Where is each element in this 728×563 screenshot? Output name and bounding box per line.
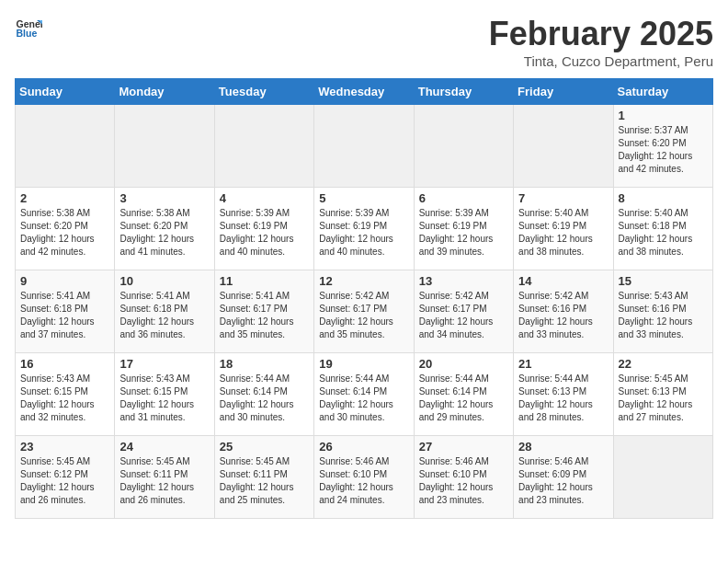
calendar-cell: 25Sunrise: 5:45 AM Sunset: 6:11 PM Dayli… bbox=[214, 436, 313, 519]
calendar-cell: 16Sunrise: 5:43 AM Sunset: 6:15 PM Dayli… bbox=[16, 353, 115, 436]
calendar-cell: 18Sunrise: 5:44 AM Sunset: 6:14 PM Dayli… bbox=[214, 353, 313, 436]
calendar-cell bbox=[613, 436, 712, 519]
calendar-header-row: SundayMondayTuesdayWednesdayThursdayFrid… bbox=[16, 79, 713, 105]
day-number: 17 bbox=[119, 357, 209, 371]
day-info: Sunrise: 5:42 AM Sunset: 6:17 PM Dayligh… bbox=[419, 290, 508, 341]
calendar-cell: 4Sunrise: 5:39 AM Sunset: 6:19 PM Daylig… bbox=[214, 188, 313, 270]
calendar-cell bbox=[314, 105, 414, 188]
header-tuesday: Tuesday bbox=[214, 79, 313, 105]
calendar-cell bbox=[414, 105, 513, 188]
day-number: 25 bbox=[220, 440, 309, 454]
page-header: General Blue February 2025 Tinta, Cuzco … bbox=[15, 15, 713, 69]
calendar-cell: 2Sunrise: 5:38 AM Sunset: 6:20 PM Daylig… bbox=[16, 188, 115, 270]
day-number: 7 bbox=[518, 191, 608, 205]
calendar-cell: 8Sunrise: 5:40 AM Sunset: 6:18 PM Daylig… bbox=[613, 188, 712, 270]
day-info: Sunrise: 5:39 AM Sunset: 6:19 PM Dayligh… bbox=[220, 207, 309, 259]
day-number: 26 bbox=[319, 440, 408, 454]
title-area: February 2025 Tinta, Cuzco Department, P… bbox=[489, 15, 713, 69]
day-info: Sunrise: 5:42 AM Sunset: 6:16 PM Dayligh… bbox=[518, 290, 608, 341]
day-info: Sunrise: 5:42 AM Sunset: 6:17 PM Dayligh… bbox=[319, 290, 408, 341]
calendar-cell: 21Sunrise: 5:44 AM Sunset: 6:13 PM Dayli… bbox=[514, 353, 613, 436]
week-row-1: 1Sunrise: 5:37 AM Sunset: 6:20 PM Daylig… bbox=[16, 105, 713, 188]
day-number: 9 bbox=[20, 274, 109, 288]
day-info: Sunrise: 5:39 AM Sunset: 6:19 PM Dayligh… bbox=[319, 207, 408, 259]
calendar-cell: 10Sunrise: 5:41 AM Sunset: 6:18 PM Dayli… bbox=[115, 270, 214, 353]
day-info: Sunrise: 5:44 AM Sunset: 6:14 PM Dayligh… bbox=[319, 373, 408, 424]
calendar-cell: 19Sunrise: 5:44 AM Sunset: 6:14 PM Dayli… bbox=[314, 353, 414, 436]
day-number: 1 bbox=[619, 109, 708, 122]
day-number: 6 bbox=[419, 191, 508, 205]
day-info: Sunrise: 5:39 AM Sunset: 6:19 PM Dayligh… bbox=[419, 207, 508, 259]
calendar-cell: 11Sunrise: 5:41 AM Sunset: 6:17 PM Dayli… bbox=[214, 270, 313, 353]
calendar-cell: 22Sunrise: 5:45 AM Sunset: 6:13 PM Dayli… bbox=[613, 353, 712, 436]
calendar-cell: 15Sunrise: 5:43 AM Sunset: 6:16 PM Dayli… bbox=[613, 270, 712, 353]
calendar-cell: 12Sunrise: 5:42 AM Sunset: 6:17 PM Dayli… bbox=[314, 270, 414, 353]
calendar-cell: 5Sunrise: 5:39 AM Sunset: 6:19 PM Daylig… bbox=[314, 188, 414, 270]
day-number: 13 bbox=[419, 274, 508, 288]
day-info: Sunrise: 5:41 AM Sunset: 6:17 PM Dayligh… bbox=[220, 290, 309, 341]
day-info: Sunrise: 5:40 AM Sunset: 6:19 PM Dayligh… bbox=[518, 207, 608, 259]
day-number: 28 bbox=[518, 440, 608, 454]
day-info: Sunrise: 5:43 AM Sunset: 6:15 PM Dayligh… bbox=[20, 373, 109, 424]
calendar-cell: 20Sunrise: 5:44 AM Sunset: 6:14 PM Dayli… bbox=[414, 353, 513, 436]
day-info: Sunrise: 5:43 AM Sunset: 6:16 PM Dayligh… bbox=[619, 290, 708, 341]
day-info: Sunrise: 5:44 AM Sunset: 6:13 PM Dayligh… bbox=[518, 373, 608, 424]
svg-text:Blue: Blue bbox=[17, 28, 38, 39]
day-info: Sunrise: 5:41 AM Sunset: 6:18 PM Dayligh… bbox=[20, 290, 109, 341]
day-info: Sunrise: 5:45 AM Sunset: 6:13 PM Dayligh… bbox=[619, 373, 708, 424]
day-info: Sunrise: 5:40 AM Sunset: 6:18 PM Dayligh… bbox=[619, 207, 708, 259]
calendar-cell: 24Sunrise: 5:45 AM Sunset: 6:11 PM Dayli… bbox=[115, 436, 214, 519]
header-monday: Monday bbox=[115, 79, 214, 105]
calendar-cell: 7Sunrise: 5:40 AM Sunset: 6:19 PM Daylig… bbox=[514, 188, 613, 270]
header-wednesday: Wednesday bbox=[314, 79, 414, 105]
day-info: Sunrise: 5:46 AM Sunset: 6:10 PM Dayligh… bbox=[319, 455, 408, 507]
day-number: 3 bbox=[119, 191, 209, 205]
week-row-5: 23Sunrise: 5:45 AM Sunset: 6:12 PM Dayli… bbox=[16, 436, 713, 519]
week-row-3: 9Sunrise: 5:41 AM Sunset: 6:18 PM Daylig… bbox=[16, 270, 713, 353]
calendar-cell: 26Sunrise: 5:46 AM Sunset: 6:10 PM Dayli… bbox=[314, 436, 414, 519]
day-info: Sunrise: 5:41 AM Sunset: 6:18 PM Dayligh… bbox=[119, 290, 209, 341]
day-number: 19 bbox=[319, 357, 408, 371]
week-row-4: 16Sunrise: 5:43 AM Sunset: 6:15 PM Dayli… bbox=[16, 353, 713, 436]
calendar-cell bbox=[514, 105, 613, 188]
calendar-cell: 27Sunrise: 5:46 AM Sunset: 6:10 PM Dayli… bbox=[414, 436, 513, 519]
day-number: 16 bbox=[20, 357, 109, 371]
calendar-cell: 23Sunrise: 5:45 AM Sunset: 6:12 PM Dayli… bbox=[16, 436, 115, 519]
calendar-cell: 14Sunrise: 5:42 AM Sunset: 6:16 PM Dayli… bbox=[514, 270, 613, 353]
day-info: Sunrise: 5:44 AM Sunset: 6:14 PM Dayligh… bbox=[220, 373, 309, 424]
day-number: 23 bbox=[20, 440, 109, 454]
day-info: Sunrise: 5:44 AM Sunset: 6:14 PM Dayligh… bbox=[419, 373, 508, 424]
subtitle: Tinta, Cuzco Department, Peru bbox=[489, 53, 713, 69]
header-thursday: Thursday bbox=[414, 79, 513, 105]
day-number: 22 bbox=[619, 357, 708, 371]
day-number: 8 bbox=[619, 191, 708, 205]
day-number: 21 bbox=[518, 357, 608, 371]
day-number: 2 bbox=[20, 191, 109, 205]
day-number: 27 bbox=[419, 440, 508, 454]
calendar-cell: 9Sunrise: 5:41 AM Sunset: 6:18 PM Daylig… bbox=[16, 270, 115, 353]
day-number: 15 bbox=[619, 274, 708, 288]
logo: General Blue bbox=[15, 15, 42, 42]
day-number: 14 bbox=[518, 274, 608, 288]
week-row-2: 2Sunrise: 5:38 AM Sunset: 6:20 PM Daylig… bbox=[16, 188, 713, 270]
logo-icon: General Blue bbox=[15, 15, 42, 42]
day-number: 12 bbox=[319, 274, 408, 288]
day-info: Sunrise: 5:43 AM Sunset: 6:15 PM Dayligh… bbox=[119, 373, 209, 424]
main-title: February 2025 bbox=[489, 15, 713, 53]
day-info: Sunrise: 5:45 AM Sunset: 6:11 PM Dayligh… bbox=[119, 455, 209, 507]
header-saturday: Saturday bbox=[613, 79, 712, 105]
calendar-table: SundayMondayTuesdayWednesdayThursdayFrid… bbox=[15, 78, 713, 519]
day-info: Sunrise: 5:45 AM Sunset: 6:12 PM Dayligh… bbox=[20, 455, 109, 507]
header-sunday: Sunday bbox=[16, 79, 115, 105]
calendar-cell bbox=[214, 105, 313, 188]
calendar-cell: 17Sunrise: 5:43 AM Sunset: 6:15 PM Dayli… bbox=[115, 353, 214, 436]
calendar-cell: 28Sunrise: 5:46 AM Sunset: 6:09 PM Dayli… bbox=[514, 436, 613, 519]
calendar-cell: 13Sunrise: 5:42 AM Sunset: 6:17 PM Dayli… bbox=[414, 270, 513, 353]
calendar-cell: 6Sunrise: 5:39 AM Sunset: 6:19 PM Daylig… bbox=[414, 188, 513, 270]
day-info: Sunrise: 5:38 AM Sunset: 6:20 PM Dayligh… bbox=[119, 207, 209, 259]
day-number: 11 bbox=[220, 274, 309, 288]
calendar-cell bbox=[16, 105, 115, 188]
calendar-cell bbox=[115, 105, 214, 188]
calendar-cell: 1Sunrise: 5:37 AM Sunset: 6:20 PM Daylig… bbox=[613, 105, 712, 188]
day-info: Sunrise: 5:46 AM Sunset: 6:09 PM Dayligh… bbox=[518, 455, 608, 507]
